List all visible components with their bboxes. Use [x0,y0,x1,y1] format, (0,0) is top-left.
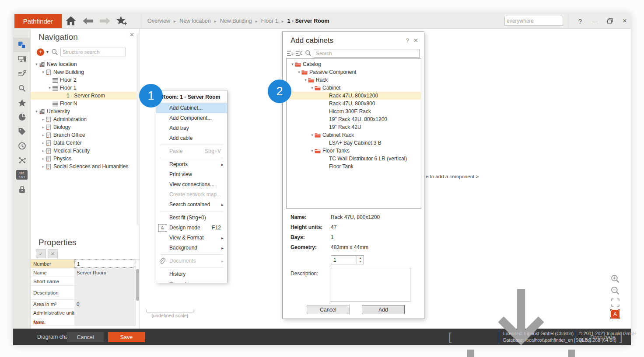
breadcrumb-item[interactable]: New location [179,18,211,24]
property-value-field[interactable]: 1 [74,260,136,268]
minimize-button[interactable]: — [589,16,601,26]
tree-item[interactable]: 19" Rack 42U, 800x1200 [287,115,421,123]
properties-scrollbar[interactable] [136,269,139,301]
add-structure-button[interactable]: + [37,49,44,56]
menu-item-add-tray[interactable]: Add tray [156,123,227,133]
property-value-field[interactable] [74,286,136,299]
menu-item-view-format[interactable]: View & Format▸ [156,233,227,243]
menu-item-view-connections[interactable]: View connections... [156,180,227,190]
stepper-buttons[interactable]: ▲▼ [357,256,364,264]
tree-item[interactable]: 19" Rack 42U [287,123,421,131]
navigation-scrollbar[interactable] [136,33,139,225]
chevron-down-icon[interactable]: ▼ [46,50,49,54]
menu-item-background[interactable]: Background▸ [156,243,227,253]
sidebar-ip-address-button[interactable]: 192.0.0.1 [13,167,31,182]
restore-button[interactable] [604,16,616,26]
diagram-save-button[interactable]: Save [108,332,145,342]
sidebar-workstation-button[interactable] [13,52,31,66]
global-search[interactable] [504,16,563,26]
cancel-button[interactable]: Cancel [307,305,350,314]
tree-item[interactable]: ▸Administration [31,115,140,123]
menu-item-search-contained[interactable]: Search contained▸ [156,200,227,210]
diagram-cancel-button[interactable]: Cancel [67,332,104,342]
property-value-field[interactable]: 0 [74,300,136,308]
sidebar-search-button[interactable] [13,81,31,95]
expander-closed-icon[interactable]: ▸ [41,117,46,121]
navigation-close-icon[interactable]: ✕ [130,31,134,38]
help-button[interactable]: ? [574,16,586,26]
tree-item[interactable]: ▾Rack [287,76,421,84]
menu-item-reports[interactable]: Reports▸ [156,159,227,170]
menu-item-add-component[interactable]: Add Component... [156,113,227,123]
tree-item[interactable]: Rack 47U, 800x1200 [287,92,421,100]
expander-closed-icon[interactable]: ▸ [41,133,46,137]
sidebar-topology-button[interactable] [13,153,31,167]
tree-item[interactable]: ▸Physics [31,155,140,163]
sidebar-lock-button[interactable] [13,182,31,196]
menu-item-print-view[interactable]: Print view [156,170,227,180]
menu-item-history[interactable]: History [156,269,227,279]
forward-button[interactable] [99,16,111,26]
close-button[interactable]: × [619,16,631,26]
zoom-out-button[interactable] [610,285,620,296]
favorite-add-button[interactable] [116,16,128,26]
expander-open-icon[interactable]: ▾ [310,86,315,90]
expander-open-icon[interactable]: ▾ [34,109,39,114]
tree-item[interactable]: ▾University [31,107,140,115]
best-fit-button[interactable] [610,297,620,308]
expand-tree-icon[interactable] [286,50,294,57]
description-textarea[interactable] [330,268,410,302]
tree-item[interactable]: ▾New Building [31,68,140,76]
tree-item[interactable]: ▾Floor 1 [31,84,140,92]
stepper-down-icon[interactable]: ▼ [357,260,364,264]
quantity-stepper[interactable]: 1 ▲▼ [331,255,364,264]
add-button[interactable]: Add [362,305,405,314]
tree-item[interactable]: LSA+ Bay Cabinet 3 B [287,139,421,147]
expander-closed-icon[interactable]: ▸ [41,164,46,169]
tree-item[interactable]: Hicom 300E Rack [287,107,421,115]
tree-item[interactable]: ▸Medical Faculty [31,147,140,155]
tree-item[interactable]: ▸Social Sciences and Humanities [31,163,140,170]
breadcrumb-item[interactable]: 1 - Server Room [287,18,329,24]
tree-item[interactable]: Rack 47U, 800x800 [287,100,421,107]
expander-open-icon[interactable]: ▾ [290,62,295,66]
sidebar-tag-button[interactable] [13,124,31,139]
property-value-field[interactable] [74,277,136,285]
sidebar-pie-chart-button[interactable] [13,110,31,124]
catalog-search-input[interactable] [314,49,420,58]
tree-item[interactable]: ▾Cabinet [287,84,421,92]
menu-item-add-cabinet[interactable]: Add Cabinet... [156,103,227,113]
menu-item-add-cable[interactable]: Add cable [156,133,227,143]
zoom-in-button[interactable] [610,274,620,284]
property-value-field[interactable] [74,317,136,326]
expander-closed-icon[interactable]: ▸ [41,141,46,145]
expander-closed-icon[interactable]: ▸ [41,156,46,161]
sidebar-navigation-tree-button[interactable] [13,38,31,52]
tree-item[interactable]: ▾New location [31,60,140,68]
quantity-value[interactable]: 1 [331,256,357,264]
stepper-up-icon[interactable]: ▲ [357,256,364,260]
back-button[interactable] [82,16,94,26]
app-logo[interactable]: Pathfinder [14,14,62,28]
collapse-tree-icon[interactable] [295,50,302,57]
tree-item[interactable]: Floor Tank [287,163,421,170]
sidebar-tools-button[interactable] [13,66,31,81]
sidebar-favorites-button[interactable] [13,95,31,110]
menu-item-properties[interactable]: Properties [156,279,227,283]
breadcrumb-item[interactable]: New Building [220,18,252,24]
tree-item[interactable]: ▾Cabinet Rack [287,131,421,139]
design-mode-button[interactable]: A [610,309,620,319]
tree-item[interactable]: ▸Branch Office [31,131,140,139]
properties-misc-section[interactable]: Misc. [33,320,46,325]
discard-x-icon[interactable]: ✕ [48,249,58,258]
expander-open-icon[interactable]: ▾ [310,133,315,137]
breadcrumb-item[interactable]: Overview [147,18,170,24]
menu-item-best-fit-strg-0[interactable]: Best fit (Strg+0) [156,213,227,223]
menu-item-design-mode[interactable]: ADesign modeF12 [156,223,227,233]
structure-search-input[interactable] [60,48,126,56]
home-button[interactable] [65,16,77,26]
tree-item[interactable]: ▸Biology [31,123,140,131]
expander-closed-icon[interactable]: ▸ [41,149,46,153]
property-value-field[interactable] [74,308,136,317]
tree-item[interactable]: Floor N [31,100,140,107]
